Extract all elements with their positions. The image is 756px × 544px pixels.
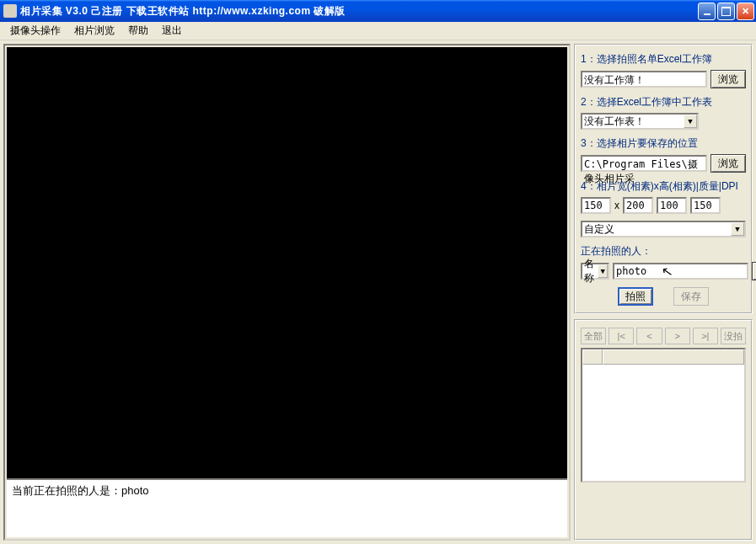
app-icon bbox=[3, 4, 17, 18]
nav-prev-button: < bbox=[636, 328, 662, 344]
nav-buttons: 全部 |< < > >| 没拍 bbox=[581, 328, 746, 344]
menubar: 摄像头操作 相片浏览 帮助 退出 bbox=[0, 22, 756, 40]
label-step4: 4：相片宽(相素)x高(相素)|质量|DPI bbox=[581, 179, 746, 194]
label-step3: 3：选择相片要保存的位置 bbox=[581, 136, 746, 151]
records-panel: 全部 |< < > >| 没拍 bbox=[574, 319, 753, 541]
nav-first-button: |< bbox=[609, 328, 634, 344]
label-step1: 1：选择拍照名单Excel工作簿 bbox=[581, 52, 746, 67]
label-current-person: 正在拍照的人： bbox=[581, 244, 746, 259]
name-field-select[interactable]: 名称 ▼ bbox=[581, 263, 609, 280]
x-label: x bbox=[614, 200, 619, 211]
minimize-button[interactable] bbox=[698, 3, 716, 20]
menu-camera-ops[interactable]: 摄像头操作 bbox=[3, 22, 67, 40]
menu-photo-browse[interactable]: 相片浏览 bbox=[67, 22, 121, 40]
photo-name-input[interactable] bbox=[613, 263, 748, 280]
chevron-down-icon: ▼ bbox=[684, 115, 697, 128]
status-line: 当前正在拍照的人是：photo bbox=[7, 478, 567, 537]
left-panel: 当前正在拍照的人是：photo bbox=[3, 44, 571, 541]
records-table[interactable] bbox=[581, 348, 746, 483]
nav-none-button: 没拍 bbox=[721, 328, 746, 344]
settings-panel: 1：选择拍照名单Excel工作簿 没有工作薄！ 浏览 2：选择Excel工作簿中… bbox=[574, 44, 753, 314]
table-corner bbox=[582, 349, 603, 365]
save-button: 保存 bbox=[673, 287, 709, 306]
chevron-down-icon: ▼ bbox=[731, 222, 744, 236]
window-title: 相片采集 V3.0 己注册 下载王软件站 http://www.xzking.c… bbox=[20, 4, 698, 19]
nav-next-button: > bbox=[665, 328, 690, 344]
right-panel: 1：选择拍照名单Excel工作簿 没有工作薄！ 浏览 2：选择Excel工作簿中… bbox=[574, 44, 753, 541]
capture-button[interactable]: 拍照 bbox=[618, 287, 653, 306]
worksheet-select[interactable]: 没有工作表！ ▼ bbox=[581, 113, 699, 130]
close-button[interactable] bbox=[737, 3, 754, 20]
save-path-field: C:\Program Files\摄像头相片采 bbox=[581, 155, 707, 172]
menu-exit[interactable]: 退出 bbox=[155, 22, 189, 40]
camera-preview bbox=[7, 47, 567, 478]
maximize-button[interactable] bbox=[717, 3, 735, 20]
width-input[interactable] bbox=[581, 197, 611, 214]
window-controls bbox=[698, 3, 754, 20]
height-input[interactable] bbox=[623, 197, 653, 214]
status-text: 当前正在拍照的人是：photo bbox=[12, 484, 149, 497]
preview-button[interactable]: 预览 bbox=[752, 262, 756, 280]
table-header-col[interactable] bbox=[603, 349, 744, 365]
chevron-down-icon: ▼ bbox=[598, 264, 608, 278]
workbook-field: 没有工作薄！ bbox=[581, 71, 707, 88]
dpi-input[interactable] bbox=[690, 197, 721, 214]
quality-input[interactable] bbox=[657, 197, 687, 214]
titlebar: 相片采集 V3.0 己注册 下载王软件站 http://www.xzking.c… bbox=[0, 0, 756, 22]
browse-path-button[interactable]: 浏览 bbox=[710, 154, 746, 173]
browse-workbook-button[interactable]: 浏览 bbox=[710, 70, 746, 88]
label-step2: 2：选择Excel工作簿中工作表 bbox=[581, 95, 746, 109]
nav-last-button: >| bbox=[693, 328, 718, 344]
preset-select[interactable]: 自定义 ▼ bbox=[581, 221, 746, 237]
nav-all-button: 全部 bbox=[581, 328, 606, 344]
menu-help[interactable]: 帮助 bbox=[121, 22, 155, 40]
